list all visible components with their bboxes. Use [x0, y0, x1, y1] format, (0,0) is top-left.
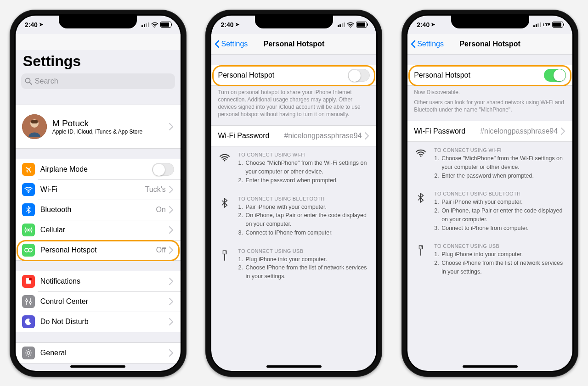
search-input[interactable]: Search: [21, 73, 175, 89]
bluetooth-icon: [219, 196, 231, 237]
back-chevron-icon: [410, 40, 416, 48]
svg-point-15: [26, 300, 28, 302]
wifi-password-value: #nicelongpassphrase94: [480, 127, 558, 135]
airplane-mode-row[interactable]: Airplane Mode: [16, 159, 181, 179]
three-phone-tutorial: 2:40➤ Settings Search M Potuck Apple ID,…: [0, 0, 588, 386]
phone-frame-hotspot-on: 2:40➤ LTE Settings Personal Hotspot Pers…: [401, 10, 578, 377]
hotspot-footer-text: Turn on personal hotspot to share your i…: [211, 86, 376, 120]
wifi-password-row[interactable]: Wi-Fi Password #nicelongpassphrase94: [407, 121, 572, 141]
control-center-label: Control Center: [40, 297, 169, 306]
wifi-instructions-header: TO CONNECT USING WI-FI: [434, 147, 565, 153]
chevron-icon: [169, 246, 174, 254]
wifi-password-label: Wi-Fi Password: [414, 127, 480, 135]
cellular-row[interactable]: Cellular: [16, 220, 181, 240]
control-center-row[interactable]: Control Center: [16, 291, 181, 312]
home-indicator[interactable]: [463, 365, 518, 368]
wifi-icon: [219, 152, 231, 185]
notch: [451, 16, 529, 28]
chevron-icon: [169, 278, 174, 285]
avatar: [22, 114, 47, 139]
notifications-label: Notifications: [40, 277, 169, 285]
wifi-setting-icon: [22, 183, 35, 196]
bluetooth-instructions: TO CONNECT USING BLUETOOTH Pair iPhone w…: [211, 190, 376, 243]
page-title: Settings: [16, 50, 181, 73]
notch: [59, 16, 137, 28]
svg-point-11: [25, 248, 28, 252]
usb-instructions: TO CONNECT USING USB Plug iPhone into yo…: [211, 243, 376, 286]
location-icon: ➤: [235, 22, 239, 28]
chevron-icon: [169, 206, 174, 213]
profile-subtitle: Apple ID, iCloud, iTunes & App Store: [52, 129, 169, 135]
status-time: 2:40: [220, 21, 233, 28]
wifi-instructions-steps: Choose "MichPhone" from the Wi-Fi settin…: [238, 159, 369, 185]
chevron-icon: [169, 123, 174, 130]
do-not-disturb-row[interactable]: Do Not Disturb: [16, 312, 181, 332]
back-button[interactable]: Settings: [211, 40, 248, 48]
airplane-icon: [22, 163, 35, 176]
cellular-icon: [22, 224, 35, 236]
signal-icon: [141, 22, 149, 27]
usb-icon: [219, 248, 231, 281]
back-button[interactable]: Settings: [407, 40, 444, 48]
signal-icon: [338, 22, 345, 27]
home-indicator[interactable]: [266, 365, 322, 368]
personal-hotspot-row[interactable]: Personal Hotspot Off: [16, 240, 181, 260]
bluetooth-icon: [415, 191, 427, 232]
search-placeholder: Search: [35, 77, 58, 85]
general-row[interactable]: General: [16, 343, 181, 363]
bluetooth-row[interactable]: Bluetooth On: [16, 200, 181, 220]
search-icon: [25, 78, 32, 85]
bluetooth-setting-icon: [22, 203, 35, 216]
hotspot-toggle-row[interactable]: Personal Hotspot: [211, 65, 376, 85]
wifi-password-row[interactable]: Wi-Fi Password #nicelongpassphrase94: [211, 126, 376, 146]
usb-instructions-header: TO CONNECT USING USB: [434, 243, 565, 249]
phone-frame-hotspot-off: 2:40➤ Settings Personal Hotspot Personal…: [205, 10, 382, 377]
chevron-icon: [169, 226, 174, 234]
hotspot-toggle[interactable]: [544, 69, 566, 82]
wifi-value: Tuck's: [145, 185, 166, 194]
hotspot-toggle-row[interactable]: Personal Hotspot: [407, 65, 572, 85]
discoverable-text: Now Discoverable.: [407, 86, 572, 96]
wifi-instructions-header: TO CONNECT USING WI-FI: [238, 152, 369, 157]
battery-icon: [356, 22, 367, 28]
svg-point-10: [28, 229, 29, 230]
battery-icon: [160, 22, 171, 28]
hotspot-toggle-label: Personal Hotspot: [414, 71, 544, 79]
nav-bar: Settings Personal Hotspot: [407, 34, 572, 55]
svg-point-14: [29, 278, 32, 280]
bluetooth-label: Bluetooth: [40, 206, 156, 214]
phone-frame-settings: 2:40➤ Settings Search M Potuck Apple ID,…: [10, 10, 187, 377]
lte-label: LTE: [543, 22, 550, 27]
apple-id-row[interactable]: M Potuck Apple ID, iCloud, iTunes & App …: [16, 105, 181, 148]
status-time: 2:40: [25, 21, 38, 28]
location-icon: ➤: [431, 22, 435, 28]
airplane-label: Airplane Mode: [40, 165, 152, 173]
status-time: 2:40: [417, 21, 430, 28]
notifications-row[interactable]: Notifications: [16, 271, 181, 291]
nav-bar: Settings Personal Hotspot: [211, 34, 376, 55]
dnd-label: Do Not Disturb: [40, 318, 169, 326]
svg-point-21: [27, 352, 30, 354]
airplane-toggle[interactable]: [152, 163, 174, 176]
back-chevron-icon: [214, 40, 220, 48]
cellular-label: Cellular: [40, 226, 169, 234]
chevron-icon: [364, 132, 370, 140]
hotspot-toggle[interactable]: [348, 69, 370, 82]
signal-icon: [533, 22, 541, 27]
home-indicator[interactable]: [70, 365, 125, 368]
svg-point-12: [28, 248, 32, 252]
bluetooth-instructions-steps: Pair iPhone with your computer. On iPhon…: [238, 203, 369, 237]
wifi-password-label: Wi-Fi Password: [218, 132, 284, 140]
notifications-icon: [22, 275, 35, 288]
wifi-row[interactable]: Wi-Fi Tuck's: [16, 179, 181, 200]
hotspot-icon: [22, 244, 35, 257]
wifi-instructions: TO CONNECT USING WI-FI Choose "MichPhone…: [211, 146, 376, 190]
usb-instructions-steps: Plug iPhone into your computer. Choose i…: [434, 250, 565, 276]
battery-icon: [552, 22, 563, 28]
chevron-icon: [169, 349, 174, 357]
bluetooth-instructions-steps: Pair iPhone with your computer. On iPhon…: [434, 198, 565, 232]
usb-instructions-header: TO CONNECT USING USB: [238, 248, 369, 254]
wifi-instructions-steps: Choose "MichPhone" from the Wi-Fi settin…: [434, 154, 565, 180]
back-label: Settings: [221, 40, 248, 48]
usb-icon: [415, 243, 427, 276]
